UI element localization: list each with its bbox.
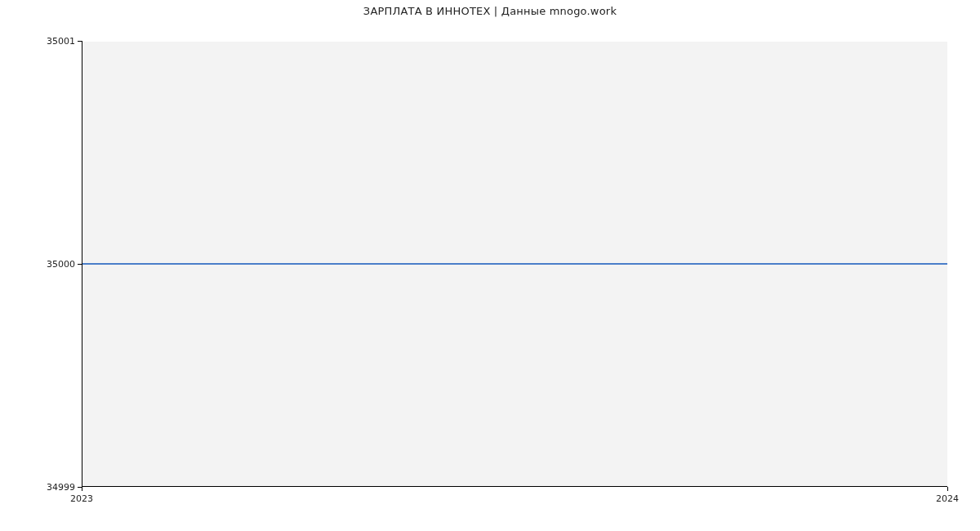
y-tick-label: 35000: [42, 259, 75, 270]
y-tick-mark: [78, 264, 82, 265]
plot-area: [82, 41, 947, 487]
gridline-h: [82, 41, 947, 42]
chart-title: ЗАРПЛАТА В ИННОТЕХ | Данные mnogo.work: [0, 5, 980, 17]
gridline-h: [82, 487, 947, 488]
y-tick-label: 34999: [42, 482, 75, 493]
y-tick-mark: [78, 41, 82, 42]
chart-container: ЗАРПЛАТА В ИННОТЕХ | Данные mnogo.work 3…: [0, 0, 980, 531]
x-tick-label: 2023: [70, 493, 93, 504]
x-tick-mark: [82, 487, 82, 491]
series-line: [82, 263, 947, 265]
x-tick-mark: [947, 487, 948, 491]
x-tick-label: 2024: [936, 493, 959, 504]
y-tick-label: 35001: [42, 36, 75, 47]
